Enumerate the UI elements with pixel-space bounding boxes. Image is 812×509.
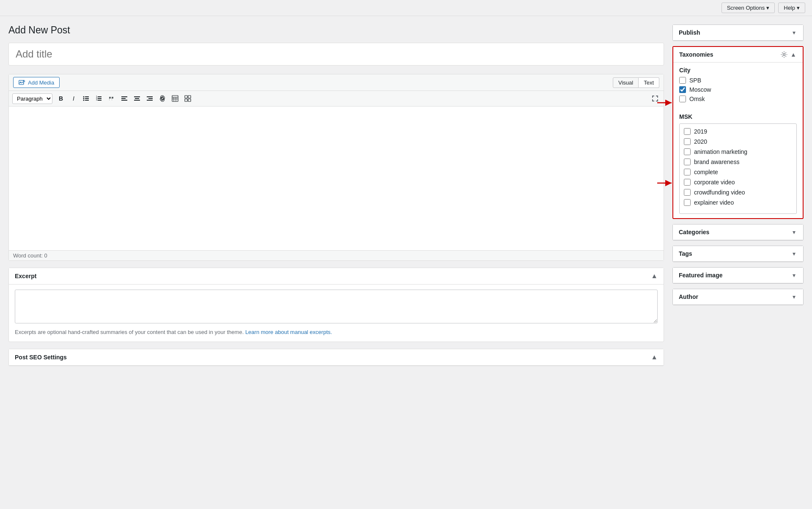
msk-corporate-video-checkbox[interactable] [684,179,691,186]
city-section: City SPB Moscow Omsk [673,63,803,109]
editor-toolbar-top: Add Media Visual Text [9,74,664,91]
align-center-icon [134,95,140,102]
tags-box-header[interactable]: Tags ▾ [673,246,803,262]
editor-area[interactable] [9,107,664,250]
taxonomies-box: Taxonomies ▲ City SPB [672,46,804,219]
seo-collapse-icon: ▲ [651,353,658,361]
seo-header[interactable]: Post SEO Settings ▲ [9,349,664,366]
red-arrow-msk [656,178,673,188]
svg-rect-16 [121,100,127,101]
msk-2020-item: 2020 [684,138,792,145]
align-right-button[interactable] [144,93,156,104]
tab-text[interactable]: Text [639,77,659,88]
help-chevron-icon: ▾ [797,5,800,11]
categories-chevron-icon: ▾ [790,229,797,235]
excerpt-textarea[interactable] [15,290,658,323]
publish-box-header[interactable]: Publish ▾ [673,25,803,41]
excerpt-body: Excerpts are optional hand-crafted summa… [9,285,664,342]
taxonomies-box-header: Taxonomies ▲ [673,47,803,63]
svg-rect-29 [188,96,191,98]
msk-crowdfunding-video-checkbox[interactable] [684,189,691,196]
grid-button[interactable] [182,93,194,104]
grid-icon [184,95,191,102]
author-box: Author ▾ [672,289,804,305]
help-button[interactable]: Help ▾ [778,3,805,13]
align-left-icon [121,95,128,102]
msk-animation-marketing-checkbox[interactable] [684,148,691,155]
align-center-button[interactable] [131,93,143,104]
city-moscow-item: Moscow [679,86,797,93]
msk-2019-label: 2019 [694,128,707,135]
excerpt-header[interactable]: Excerpt ▲ [9,268,664,285]
align-left-button[interactable] [118,93,130,104]
italic-button[interactable]: I [68,93,80,104]
msk-crowdfunding-video-label: crowdfunding video [694,189,745,196]
svg-rect-13 [98,100,102,101]
categories-box-header[interactable]: Categories ▾ [673,224,803,240]
taxonomies-header-icons: ▲ [781,51,797,58]
svg-rect-20 [147,96,153,97]
table-icon [172,95,178,102]
table-button[interactable] [169,93,181,104]
post-title-input[interactable] [8,43,664,66]
categories-box: Categories ▾ [672,224,804,241]
msk-explainer-video-item: explainer video [684,199,792,206]
msk-crowdfunding-video-item: crowdfunding video [684,189,792,196]
city-spb-label: SPB [689,77,701,84]
link-icon [159,95,166,102]
add-media-button[interactable]: Add Media [13,77,60,88]
tab-visual[interactable]: Visual [613,77,639,88]
excerpt-description: Excerpts are optional hand-crafted summa… [15,328,658,337]
blockquote-button[interactable] [106,93,118,104]
editor-footer: Word count: 0 [9,250,664,260]
city-omsk-item: Omsk [679,96,797,102]
svg-rect-5 [85,98,89,99]
svg-text:3.: 3. [96,99,98,101]
msk-brand-awareness-checkbox[interactable] [684,159,691,165]
unordered-list-icon [83,95,90,102]
excerpt-collapse-icon: ▲ [651,272,658,280]
city-moscow-checkbox[interactable] [679,86,686,93]
msk-explainer-video-checkbox[interactable] [684,199,691,206]
align-right-icon [146,95,153,102]
svg-point-6 [83,100,85,101]
taxonomies-gear-icon[interactable] [781,51,787,58]
right-column: Publish ▾ Taxonomies [672,25,804,366]
blockquote-icon [108,95,115,102]
tags-chevron-icon: ▾ [790,250,797,257]
city-spb-checkbox[interactable] [679,77,686,84]
media-icon [19,79,25,86]
msk-explainer-video-label: explainer video [694,199,734,206]
msk-2020-checkbox[interactable] [684,138,691,145]
taxonomies-chevron-icon[interactable]: ▲ [790,51,797,58]
left-column: Add New Post Add Media Visual Text [8,25,664,366]
city-omsk-checkbox[interactable] [679,96,686,102]
ordered-list-button[interactable]: 1. 2. 3. [93,93,105,104]
paragraph-select[interactable]: Paragraph [12,93,52,104]
word-count: Word count: 0 [13,252,47,259]
featured-image-box-header[interactable]: Featured image ▾ [673,268,803,283]
link-button[interactable] [156,93,168,104]
author-box-header[interactable]: Author ▾ [673,289,803,305]
msk-complete-item: complete [684,169,792,175]
bold-button[interactable]: B [55,93,67,104]
unordered-list-button[interactable] [80,93,92,104]
author-chevron-icon: ▾ [790,293,797,300]
help-label: Help [784,5,795,11]
msk-2019-checkbox[interactable] [684,128,691,135]
editor-tabs: Visual Text [613,77,659,88]
screen-options-button[interactable]: Screen Options ▾ [721,3,775,13]
main-content: Add New Post Add Media Visual Text [0,16,812,366]
ordered-list-icon: 1. 2. 3. [96,95,102,102]
svg-rect-31 [188,99,191,101]
city-label: City [679,67,797,74]
svg-rect-21 [148,98,153,99]
excerpt-learn-more-link[interactable]: Learn more about manual excerpts. [245,329,332,335]
city-moscow-label: Moscow [689,86,711,93]
svg-rect-23 [172,96,178,101]
msk-list-box: 2019 2020 animation marketing brand awar… [679,123,797,214]
svg-rect-30 [185,99,187,101]
editor-wrapper: Add Media Visual Text Paragraph B I [8,74,664,261]
msk-complete-checkbox[interactable] [684,169,691,175]
msk-complete-label: complete [694,169,718,175]
